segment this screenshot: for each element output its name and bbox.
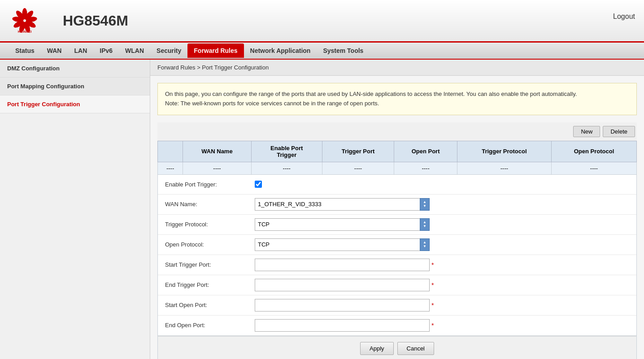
label-open-protocol: Open Protocol:: [165, 241, 255, 248]
form-row-end-open-port: End Open Port: *: [158, 316, 636, 336]
wan-name-select[interactable]: 1_OTHER_R_VID_3333: [255, 198, 430, 211]
required-star-start-open: *: [431, 302, 434, 309]
form-row-open-protocol: Open Protocol: TCP ▲ ▼: [158, 235, 636, 255]
value-start-trigger-port: *: [255, 259, 629, 271]
form-row-start-open-port: Start Open Port: *: [158, 295, 636, 316]
wan-name-select-arrows-icon[interactable]: ▲ ▼: [420, 198, 430, 211]
nav-status[interactable]: Status: [9, 43, 41, 58]
brand-title: HG8546M: [63, 13, 128, 29]
label-enable-port-trigger: Enable Port Trigger:: [165, 181, 255, 188]
table-toolbar: New Delete: [157, 122, 637, 141]
info-line2: Note: The well-known ports for voice ser…: [165, 99, 629, 108]
value-enable-port-trigger: [255, 181, 629, 188]
cell-check: ----: [158, 162, 183, 174]
form-row-end-trigger-port: End Trigger Port: *: [158, 275, 636, 295]
end-open-port-input[interactable]: [255, 319, 430, 332]
value-open-protocol: TCP ▲ ▼: [255, 238, 629, 251]
trigger-protocol-select-wrapper: TCP ▲ ▼: [255, 218, 430, 231]
col-wan-name: WAN Name: [183, 141, 252, 162]
logo-area: HUAWEI: [9, 5, 40, 36]
cancel-button[interactable]: Cancel: [397, 342, 434, 355]
form-row-start-trigger-port: Start Trigger Port: *: [158, 255, 636, 275]
action-row: Apply Cancel: [157, 336, 637, 359]
value-end-open-port: *: [255, 319, 629, 332]
trigger-protocol-arrows-icon[interactable]: ▲ ▼: [420, 218, 430, 231]
new-button[interactable]: New: [573, 126, 600, 137]
form-section: Enable Port Trigger: WAN Name: 1_OTHER_R…: [157, 175, 637, 336]
open-protocol-select[interactable]: TCP: [255, 238, 430, 251]
breadcrumb: Forward Rules > Port Trigger Configurati…: [150, 60, 644, 76]
col-trigger-protocol: Trigger Protocol: [457, 141, 551, 162]
cell-enable: ----: [251, 162, 322, 174]
apply-button[interactable]: Apply: [360, 342, 394, 355]
required-star-start-trigger: *: [431, 261, 434, 268]
info-box: On this page, you can configure the rang…: [157, 83, 637, 115]
main-layout: DMZ Configuration Port Mapping Configura…: [0, 60, 644, 359]
nav-bar: Status WAN LAN IPv6 WLAN Security Forwar…: [0, 43, 644, 60]
sidebar-item-port-trigger[interactable]: Port Trigger Configuration: [0, 95, 150, 113]
port-trigger-table: WAN Name Enable PortTrigger Trigger Port…: [157, 141, 637, 175]
info-line1: On this page, you can configure the rang…: [165, 90, 629, 99]
table-row: ---- ---- ---- ---- ---- ---- ----: [158, 162, 637, 174]
label-start-trigger-port: Start Trigger Port:: [165, 261, 255, 268]
nav-ipv6[interactable]: IPv6: [93, 43, 119, 58]
cell-wan: ----: [183, 162, 252, 174]
cell-open-port: ----: [394, 162, 457, 174]
open-protocol-arrows-icon[interactable]: ▲ ▼: [420, 238, 430, 251]
nav-wan[interactable]: WAN: [41, 43, 68, 58]
nav-system-tools[interactable]: System Tools: [317, 43, 370, 58]
label-end-trigger-port: End Trigger Port:: [165, 281, 255, 288]
huawei-logo-icon: HUAWEI: [9, 5, 40, 36]
value-trigger-protocol: TCP ▲ ▼: [255, 218, 629, 231]
start-open-port-input[interactable]: [255, 299, 430, 311]
sidebar-item-dmz[interactable]: DMZ Configuration: [0, 60, 150, 78]
nav-security[interactable]: Security: [150, 43, 187, 58]
end-trigger-port-input[interactable]: [255, 279, 430, 291]
label-end-open-port: End Open Port:: [165, 322, 255, 329]
required-star-end-open: *: [431, 322, 434, 329]
cell-trigger-proto: ----: [457, 162, 551, 174]
logout-button[interactable]: Logout: [613, 13, 635, 21]
value-end-trigger-port: *: [255, 279, 629, 291]
header: HUAWEI HG8546M Logout: [0, 0, 644, 43]
start-trigger-port-input[interactable]: [255, 259, 430, 271]
col-trigger-port: Trigger Port: [322, 141, 394, 162]
nav-lan[interactable]: LAN: [68, 43, 93, 58]
label-wan-name: WAN Name:: [165, 201, 255, 208]
table-section: New Delete WAN Name Enable PortTrigger T…: [157, 122, 637, 175]
nav-network-application[interactable]: Network Application: [244, 43, 317, 58]
svg-text:HUAWEI: HUAWEI: [18, 30, 32, 34]
cell-trigger-port: ----: [322, 162, 394, 174]
delete-button[interactable]: Delete: [603, 126, 635, 137]
label-trigger-protocol: Trigger Protocol:: [165, 221, 255, 228]
col-enable-port-trigger: Enable PortTrigger: [251, 141, 322, 162]
nav-forward-rules[interactable]: Forward Rules: [187, 43, 244, 58]
label-start-open-port: Start Open Port:: [165, 302, 255, 308]
col-open-port: Open Port: [394, 141, 457, 162]
value-start-open-port: *: [255, 299, 629, 311]
col-checkbox: [158, 141, 183, 162]
required-star-end-trigger: *: [431, 281, 434, 289]
col-open-protocol: Open Protocol: [551, 141, 636, 162]
form-row-enable-port-trigger: Enable Port Trigger:: [158, 175, 636, 195]
sidebar: DMZ Configuration Port Mapping Configura…: [0, 60, 150, 359]
trigger-protocol-select[interactable]: TCP: [255, 218, 430, 231]
value-wan-name: 1_OTHER_R_VID_3333 ▲ ▼: [255, 198, 629, 211]
wan-name-select-wrapper: 1_OTHER_R_VID_3333 ▲ ▼: [255, 198, 430, 211]
checkbox-enable-port-trigger[interactable]: [255, 181, 262, 188]
nav-wlan[interactable]: WLAN: [119, 43, 150, 58]
form-row-wan-name: WAN Name: 1_OTHER_R_VID_3333 ▲ ▼: [158, 195, 636, 215]
content-area: Forward Rules > Port Trigger Configurati…: [150, 60, 644, 359]
form-row-trigger-protocol: Trigger Protocol: TCP ▲ ▼: [158, 215, 636, 235]
open-protocol-select-wrapper: TCP ▲ ▼: [255, 238, 430, 251]
cell-open-proto: ----: [551, 162, 636, 174]
sidebar-item-port-mapping[interactable]: Port Mapping Configuration: [0, 78, 150, 95]
